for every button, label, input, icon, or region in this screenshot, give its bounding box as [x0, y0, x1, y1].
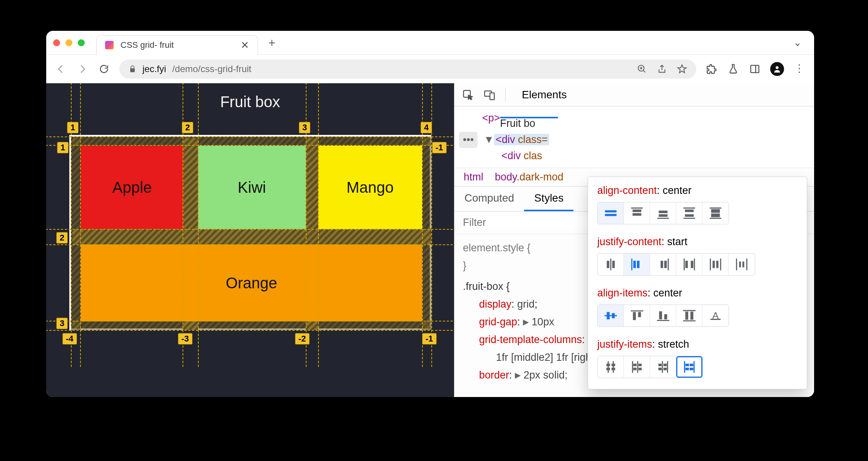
dom-tree[interactable]: <p> <p>Fruit bo •••▼<div class= <div cla…	[454, 106, 814, 168]
grid-line-label: -4	[62, 333, 77, 345]
svg-rect-54	[690, 312, 693, 320]
grid-line-label: -1	[432, 142, 447, 153]
extensions-button[interactable]	[705, 63, 718, 75]
justify-items-center-icon[interactable]	[598, 356, 624, 378]
svg-rect-67	[638, 363, 642, 366]
grid-cell-mango: Mango	[318, 146, 422, 229]
align-content-space-between-icon[interactable]	[676, 202, 702, 224]
svg-rect-27	[637, 261, 640, 268]
group-justify-content: justify-content: start	[597, 236, 798, 276]
grid-line	[46, 321, 454, 321]
svg-rect-36	[712, 261, 715, 268]
svg-rect-23	[607, 261, 609, 268]
svg-rect-74	[658, 368, 662, 370]
grid-line	[318, 83, 319, 367]
grid-gap	[72, 229, 431, 244]
align-content-stretch-icon[interactable]	[702, 202, 729, 224]
align-items-center-icon[interactable]	[598, 305, 624, 326]
svg-rect-53	[685, 312, 688, 320]
grid-gap	[72, 136, 431, 146]
justify-content-end-icon[interactable]	[650, 254, 676, 275]
window-controls	[53, 39, 85, 46]
grid-line	[80, 83, 81, 367]
back-button[interactable]	[55, 63, 67, 75]
forward-button[interactable]	[76, 63, 89, 75]
collapsed-siblings-icon[interactable]: •••	[459, 132, 478, 148]
align-items-baseline-icon[interactable]: A	[702, 305, 729, 326]
close-window-button[interactable]	[53, 39, 60, 46]
content-area: Fruit box Apple Kiwi Mango Orange	[46, 83, 814, 397]
dom-text: Fruit bo	[500, 118, 536, 129]
favicon-icon	[105, 41, 114, 49]
svg-rect-15	[685, 210, 694, 212]
svg-rect-80	[685, 368, 689, 370]
group-align-content: align-content: center	[597, 185, 798, 224]
align-content-center-icon[interactable]	[598, 202, 624, 224]
svg-rect-62	[606, 368, 610, 370]
profile-avatar[interactable]	[770, 62, 784, 76]
grid-gap	[72, 321, 431, 330]
grid-line	[46, 136, 454, 137]
svg-rect-28	[660, 261, 663, 268]
address-bar[interactable]: jec.fyi/demo/css-grid-fruit	[119, 59, 696, 79]
grid-cell-orange: Orange	[81, 244, 422, 321]
grid-line-label: 4	[421, 122, 432, 133]
svg-rect-16	[685, 214, 694, 217]
tabs-dropdown-button[interactable]: ⌄	[788, 37, 807, 49]
devtools-top-bar: Elements	[454, 83, 814, 106]
svg-rect-61	[611, 363, 615, 366]
svg-rect-75	[663, 368, 667, 370]
align-items-start-icon[interactable]	[624, 305, 650, 326]
minimize-window-button[interactable]	[65, 39, 72, 46]
tab-styles[interactable]: Styles	[524, 187, 573, 211]
svg-rect-19	[711, 209, 720, 213]
devtools-tabs: Elements	[516, 89, 573, 101]
svg-rect-10	[632, 213, 641, 216]
side-panel-button[interactable]	[749, 63, 761, 75]
align-items-end-icon[interactable]	[650, 305, 676, 326]
zoom-icon[interactable]	[637, 64, 647, 74]
align-content-start-icon[interactable]	[624, 202, 650, 224]
svg-rect-50	[664, 314, 667, 319]
svg-rect-11	[659, 210, 667, 213]
svg-point-2	[776, 66, 778, 69]
page-title: Fruit box	[46, 93, 454, 111]
chrome-menu-button[interactable]: ⋯	[793, 63, 806, 75]
grid-line-label: 2	[56, 232, 68, 244]
grid-line-label: 1	[57, 142, 69, 153]
inspect-icon[interactable]	[462, 89, 474, 101]
align-content-end-icon[interactable]	[650, 202, 676, 224]
justify-content-space-evenly-icon[interactable]	[729, 254, 755, 275]
svg-rect-33	[690, 261, 693, 268]
justify-content-start-icon[interactable]	[624, 254, 650, 275]
separator	[505, 88, 506, 101]
new-tab-button[interactable]: ＋	[265, 36, 279, 50]
close-tab-button[interactable]: ✕	[241, 39, 249, 51]
zoom-window-button[interactable]	[78, 39, 85, 46]
grid-line-label: -3	[178, 333, 193, 345]
browser-tab[interactable]: CSS grid- fruit ✕	[96, 35, 258, 55]
justify-content-space-around-icon[interactable]	[702, 254, 729, 275]
align-items-stretch-icon[interactable]	[676, 305, 702, 326]
svg-rect-1	[751, 66, 759, 73]
tab-computed[interactable]: Computed	[454, 187, 524, 211]
reload-button[interactable]	[98, 63, 110, 75]
bookmark-star-icon[interactable]	[677, 64, 687, 74]
svg-rect-44	[607, 312, 610, 320]
device-toggle-icon[interactable]	[484, 89, 495, 101]
share-icon[interactable]	[657, 64, 667, 74]
grid-line-label: -2	[295, 333, 310, 345]
justify-items-start-icon[interactable]	[624, 356, 650, 378]
justify-content-space-between-icon[interactable]	[676, 254, 702, 275]
devtools-panel: Elements <p> <p>Fruit bo •••▼<div class=…	[454, 83, 814, 397]
justify-items-stretch-icon[interactable]	[676, 356, 702, 378]
labs-button[interactable]	[727, 63, 739, 75]
svg-rect-48	[638, 312, 641, 317]
tab-elements[interactable]: Elements	[516, 89, 573, 101]
svg-rect-40	[739, 261, 741, 267]
grid-line	[198, 83, 199, 367]
browser-window: CSS grid- fruit ✕ ＋ ⌄ jec.fyi/demo/css-g…	[46, 31, 814, 397]
justify-content-center-icon[interactable]	[598, 254, 624, 275]
justify-items-end-icon[interactable]	[650, 356, 676, 378]
svg-rect-72	[658, 363, 662, 366]
